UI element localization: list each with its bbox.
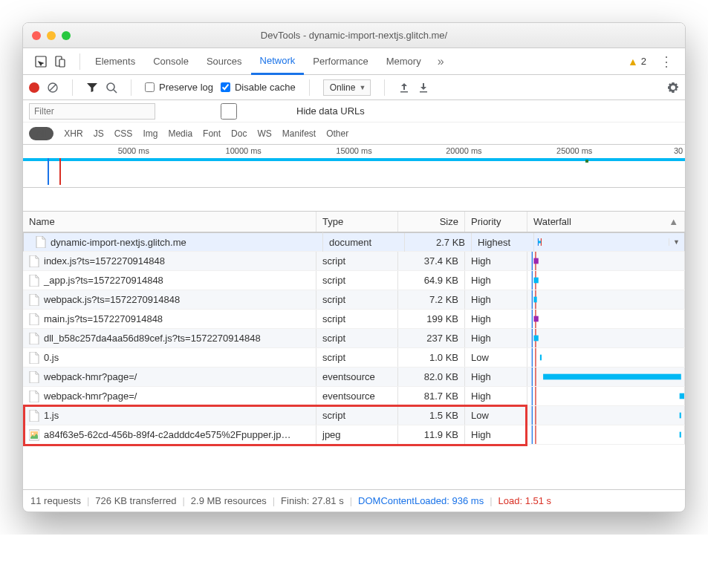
inspect-icon[interactable] [35, 56, 47, 68]
panel-tabs: ElementsConsoleSourcesNetworkPerformance… [23, 48, 685, 75]
tab-sources[interactable]: Sources [198, 48, 251, 75]
table-row[interactable]: index.js?ts=1572270914848script37.4 KBHi… [23, 252, 685, 271]
warnings-count: 2 [641, 56, 646, 67]
preserve-log-checkbox[interactable]: Preserve log [145, 82, 213, 93]
timeline-overview[interactable]: 5000 ms10000 ms15000 ms20000 ms25000 ms3… [23, 145, 685, 188]
row-waterfall [527, 310, 685, 328]
row-waterfall [527, 368, 685, 386]
search-icon[interactable] [105, 82, 117, 94]
table-row[interactable]: main.js?ts=1572270914848script199 KBHigh [23, 310, 685, 329]
tab-memory[interactable]: Memory [377, 48, 430, 75]
filter-type-ws[interactable]: WS [257, 128, 271, 139]
stat-load: Load: 1.51 s [498, 495, 552, 506]
device-toggle-icon[interactable] [54, 56, 66, 68]
warnings-badge[interactable]: ▲ 2 [622, 56, 652, 68]
filter-type-doc[interactable]: Doc [231, 128, 247, 139]
row-size: 11.9 KB [398, 425, 465, 444]
filter-type-media[interactable]: Media [168, 128, 192, 139]
svg-rect-18 [533, 297, 536, 303]
row-priority: High [465, 387, 527, 405]
row-waterfall [527, 425, 685, 444]
table-row[interactable]: dll_b58c257da4aa56d89cef.js?ts=157227091… [23, 329, 685, 348]
filter-input[interactable] [29, 103, 155, 120]
row-priority: Highest [472, 233, 534, 252]
row-name: main.js?ts=1572270914848 [44, 313, 163, 324]
filter-type-all[interactable]: All [29, 127, 53, 140]
filter-type-js[interactable]: JS [94, 128, 104, 139]
row-waterfall [527, 271, 685, 290]
devtools-window: DevTools - dynamic-import-nextjs.glitch.… [22, 22, 686, 512]
row-size: 1.0 KB [398, 348, 465, 367]
row-size: 199 KB [398, 310, 465, 328]
col-waterfall[interactable]: Waterfall▲ [527, 212, 685, 232]
row-name: webpack.js?ts=1572270914848 [44, 294, 180, 305]
svg-rect-5 [400, 91, 408, 93]
svg-rect-24 [533, 336, 538, 342]
table-row[interactable]: 0.jsscript1.0 KBLow [23, 348, 685, 368]
row-waterfall [534, 238, 669, 246]
requests-table: Name Type Size Priority Waterfall▲ dynam… [23, 212, 685, 489]
col-size[interactable]: Size [398, 212, 465, 232]
stat-transferred: 726 KB transferred [95, 495, 176, 506]
filter-icon[interactable] [86, 82, 98, 94]
tab-console[interactable]: Console [144, 48, 198, 75]
col-type[interactable]: Type [316, 212, 398, 232]
disable-cache-checkbox[interactable]: Disable cache [221, 82, 296, 93]
svg-rect-15 [533, 278, 538, 284]
titlebar: DevTools - dynamic-import-nextjs.glitch.… [23, 23, 685, 48]
throttling-select[interactable]: Online [323, 79, 371, 96]
row-size: 1.5 KB [398, 406, 465, 425]
tab-network[interactable]: Network [251, 48, 305, 75]
filter-type-other[interactable]: Other [326, 128, 348, 139]
svg-point-39 [32, 432, 33, 434]
table-row[interactable]: webpack-hmr?page=/eventsource81.7 KBHigh [23, 387, 685, 406]
table-row[interactable]: webpack-hmr?page=/eventsource82.0 KBHigh [23, 368, 685, 387]
filter-type-font[interactable]: Font [203, 128, 221, 139]
dock-controls [27, 56, 74, 68]
tab-performance[interactable]: Performance [304, 48, 377, 75]
table-row[interactable]: webpack.js?ts=1572270914848script7.2 KBH… [23, 290, 685, 310]
settings-menu-icon[interactable]: ⋮ [652, 53, 681, 70]
table-row[interactable]: a84f63e5-62cd-456b-89f4-c2adddc4e575%2Fp… [23, 425, 685, 445]
row-name: 1.js [44, 410, 59, 421]
table-row[interactable]: dynamic-import-nextjs.glitch.medocument2… [23, 232, 685, 252]
row-type: document [323, 233, 405, 252]
row-type: script [316, 252, 398, 270]
row-priority: High [465, 271, 527, 290]
more-tabs-icon[interactable]: » [430, 55, 452, 68]
row-waterfall [527, 387, 685, 405]
gear-icon[interactable] [667, 82, 679, 94]
svg-rect-9 [538, 241, 541, 243]
row-priority: High [465, 290, 527, 309]
download-har-icon[interactable] [418, 82, 429, 94]
record-button[interactable] [29, 82, 39, 93]
col-name[interactable]: Name [23, 212, 316, 232]
stat-resources: 2.9 MB resources [191, 495, 267, 506]
col-priority[interactable]: Priority [465, 212, 527, 232]
row-type: script [316, 406, 398, 425]
row-size: 37.4 KB [398, 252, 465, 270]
row-type: script [316, 310, 398, 328]
table-row[interactable]: 1.jsscript1.5 KBLow [23, 406, 685, 425]
clear-icon[interactable] [47, 82, 59, 94]
row-type: script [316, 348, 398, 367]
filter-type-img[interactable]: Img [143, 128, 157, 139]
upload-har-icon[interactable] [398, 82, 410, 94]
filter-type-manifest[interactable]: Manifest [282, 128, 316, 139]
row-name: a84f63e5-62cd-456b-89f4-c2adddc4e575%2Fp… [44, 429, 290, 440]
row-type: eventsource [316, 387, 398, 405]
svg-rect-42 [680, 432, 681, 438]
filter-types: All XHRJSCSSImgMediaFontDocWSManifestOth… [23, 122, 685, 145]
tab-elements[interactable]: Elements [86, 48, 144, 75]
table-header: Name Type Size Priority Waterfall▲ [23, 212, 685, 232]
row-type: script [316, 290, 398, 309]
row-name: dll_b58c257da4aa56d89cef.js?ts=157227091… [44, 333, 261, 344]
filter-type-css[interactable]: CSS [114, 128, 133, 139]
row-priority: High [465, 368, 527, 386]
hide-data-urls-checkbox[interactable]: Hide data URLs [166, 103, 365, 120]
svg-rect-21 [533, 316, 538, 322]
table-row[interactable]: _app.js?ts=1572270914848script64.9 KBHig… [23, 271, 685, 290]
row-size: 64.9 KB [398, 271, 465, 290]
filter-type-xhr[interactable]: XHR [64, 128, 82, 139]
svg-rect-12 [533, 258, 538, 264]
